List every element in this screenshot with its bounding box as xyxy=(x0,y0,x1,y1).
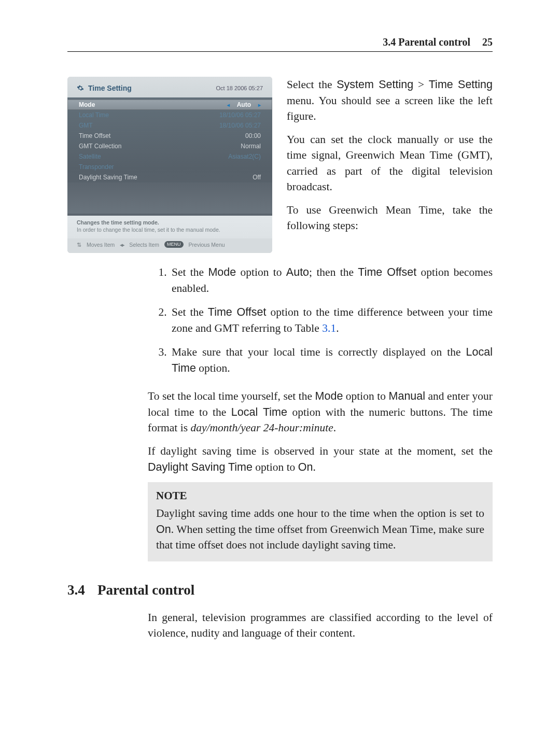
intro-paragraph-2: You can set the clock manually or use th… xyxy=(287,132,493,195)
setting-label: GMT Collection xyxy=(79,143,121,150)
setting-row-mode[interactable]: Mode Auto xyxy=(67,100,272,110)
setting-row-transponder: Transponder xyxy=(67,162,272,172)
screenshot-help-text: Changes the time setting mode. In order … xyxy=(67,216,272,238)
setting-label: Satellite xyxy=(79,153,101,160)
setting-label: Daylight Saving Time xyxy=(79,174,137,181)
section-heading-3-4: 3.4Parental control xyxy=(67,582,493,598)
setting-label: Local Time xyxy=(79,111,109,119)
running-header-section: 3.4 Parental control xyxy=(383,36,470,48)
setting-row-satellite: Satellite Asiasat2(C) xyxy=(67,151,272,162)
setting-label: Time Offset xyxy=(79,132,110,139)
table-3-1-link[interactable]: 3.1 xyxy=(322,322,336,334)
time-setting-screenshot: Time Setting Oct 18 2006 05:27 Mode Auto… xyxy=(67,77,272,253)
gear-icon xyxy=(77,85,84,92)
note-box: NOTE Daylight saving time adds one hour … xyxy=(148,482,493,561)
menu-key-icon: MENU xyxy=(164,241,184,248)
setting-label: Transponder xyxy=(79,163,114,171)
paragraph-manual-mode: To set the local time yourself, set the … xyxy=(148,388,493,436)
intro-paragraph-1: Select the System Setting > Time Setting… xyxy=(287,77,493,124)
setting-value: Auto xyxy=(227,101,261,108)
setting-value: 18/10/06 05:27 xyxy=(219,122,261,129)
setting-row-dst[interactable]: Daylight Saving Time Off xyxy=(67,172,272,182)
updown-icon xyxy=(77,242,81,248)
setting-value: Normal xyxy=(241,143,261,150)
screenshot-title: Time Setting xyxy=(88,84,132,92)
step-2: Set the Time Offset option to the time d… xyxy=(170,304,493,336)
screenshot-timestamp: Oct 18 2006 05:27 xyxy=(216,85,263,91)
intro-paragraph-3: To use Greenwich Mean Time, take the fol… xyxy=(287,202,493,234)
setting-row-time-offset[interactable]: Time Offset 00:00 xyxy=(67,131,272,141)
paragraph-dst: If daylight saving time is observed in y… xyxy=(148,443,493,475)
step-1: Set the Mode option to Auto; then the Ti… xyxy=(170,264,493,296)
page-number: 25 xyxy=(482,36,493,48)
setting-label: Mode xyxy=(79,101,95,108)
running-header: 3.4 Parental control 25 xyxy=(67,36,493,52)
setting-row-local-time: Local Time 18/10/06 05:27 xyxy=(67,110,272,120)
screenshot-titlebar: Time Setting Oct 18 2006 05:27 xyxy=(67,77,272,97)
setting-row-gmt: GMT 18/10/06 05:27 xyxy=(67,120,272,131)
setting-value: 18/10/06 05:27 xyxy=(219,111,261,119)
setting-value: Asiasat2(C) xyxy=(228,153,261,160)
setting-value: 00:00 xyxy=(245,132,261,139)
steps-list: Set the Mode option to Auto; then the Ti… xyxy=(148,264,493,376)
setting-row-gmt-collection[interactable]: GMT Collection Normal xyxy=(67,141,272,151)
screenshot-footer-hints: Moves Item Selects Item MENU Previous Me… xyxy=(67,238,272,253)
section-3-4-intro: In general, television programmes are cl… xyxy=(148,610,493,641)
step-3: Make sure that your local time is correc… xyxy=(170,344,493,376)
setting-value: Off xyxy=(253,174,261,181)
screenshot-settings-list: Mode Auto Local Time 18/10/06 05:27 GMT … xyxy=(67,97,272,216)
note-title: NOTE xyxy=(156,489,484,502)
setting-label: GMT xyxy=(79,122,93,129)
note-body: Daylight saving time adds one hour to th… xyxy=(156,505,484,553)
leftright-icon xyxy=(120,242,124,248)
